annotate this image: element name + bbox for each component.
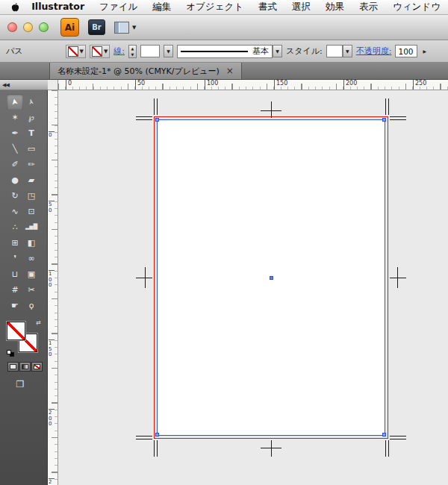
artboard-anchor[interactable]: [382, 433, 386, 436]
opacity-popup-icon[interactable]: ▶: [423, 48, 426, 54]
tools-panel-header[interactable]: ◀◀: [0, 80, 48, 90]
ruler-h-label: 200: [343, 80, 357, 90]
blend-tool[interactable]: ∞: [23, 251, 40, 266]
default-fill-stroke-icon[interactable]: [7, 350, 15, 357]
line-segment-tool[interactable]: ╲: [7, 141, 23, 157]
rotate-tool[interactable]: ↻: [7, 188, 23, 204]
free-transform-tool[interactable]: ⊡: [23, 204, 40, 219]
mesh-tool-icon: ⊞: [11, 239, 18, 247]
tools-panel: ➤➢✶℘✒T╲▭✐✏●▰↻◳∿⊡∴▂▅█⊞◧❜∞⊔▣#✂☛ϙ ⇄: [0, 90, 48, 485]
live-paint-selection-tool-icon: ▣: [28, 270, 35, 278]
bridge-button[interactable]: Br: [88, 19, 105, 35]
menu-item-オブジェクト[interactable]: オブジェクト: [178, 1, 251, 12]
brush-name-label: 基本: [252, 46, 269, 57]
blob-brush-tool[interactable]: ●: [7, 172, 23, 188]
direct-selection-tool-icon: ➢: [27, 98, 36, 106]
ruler-origin-corner[interactable]: [48, 80, 58, 90]
document-body: 050100150200250: [48, 90, 448, 485]
opacity-input[interactable]: [395, 45, 417, 57]
arrange-documents-button[interactable]: ▼: [114, 22, 136, 34]
slice-tool[interactable]: ✂: [23, 282, 40, 298]
gradient-icon: [22, 364, 28, 369]
menu-item-表示[interactable]: 表示: [352, 1, 385, 12]
minimize-window-button[interactable]: [23, 22, 33, 32]
hand-tool[interactable]: ☛: [7, 298, 23, 313]
warp-tool[interactable]: ∿: [7, 204, 23, 219]
fill-proxy-swatch[interactable]: [7, 322, 25, 340]
artboard-tool[interactable]: #: [7, 282, 23, 298]
vertical-ruler[interactable]: 050100150200250: [48, 90, 58, 485]
column-graph-tool[interactable]: ▂▅█: [23, 219, 40, 235]
symbol-sprayer-tool[interactable]: ∴: [7, 219, 23, 235]
pencil-tool[interactable]: ✏: [23, 157, 40, 172]
graphic-style-dropdown[interactable]: ▼: [326, 45, 352, 57]
gradient-tool[interactable]: ◧: [23, 235, 40, 251]
document-tab[interactable]: 名称未設定-1* @ 50% (CMYK/プレビュー) ×: [49, 63, 242, 79]
screen-mode-button[interactable]: ❐: [11, 378, 29, 390]
opacity-link[interactable]: 不透明度:: [356, 46, 392, 57]
fill-color-control[interactable]: ▼: [66, 45, 86, 58]
ruler-v-label: 150: [49, 340, 55, 358]
eyedropper-tool[interactable]: ❜: [7, 251, 23, 266]
pen-tool[interactable]: ✒: [7, 125, 23, 141]
zoom-window-button[interactable]: [39, 22, 49, 32]
lasso-tool[interactable]: ℘: [23, 110, 40, 125]
magic-wand-tool-icon: ✶: [11, 113, 18, 122]
live-paint-bucket-tool[interactable]: ⊔: [7, 266, 23, 282]
stroke-weight-stepper[interactable]: ▲ ▼: [128, 45, 137, 58]
menu-item-ウィンドウ[interactable]: ウィンドウ: [385, 1, 448, 12]
selection-type-label: パス: [6, 46, 23, 57]
stroke-none-swatch-icon: [92, 46, 102, 57]
brush-definition-dropdown[interactable]: 基本 ▼: [177, 45, 282, 58]
menu-item-ファイル[interactable]: ファイル: [92, 1, 145, 12]
blob-brush-tool-icon: ●: [11, 176, 19, 184]
artboard-anchor[interactable]: [155, 433, 159, 436]
apple-logo-icon: [10, 2, 20, 13]
eraser-tool[interactable]: ▰: [23, 172, 40, 188]
control-panel: パス ▼ ▼ 線: ▲ ▼ ▼ 基本 ▼ スタイル: ▼ 不透明度:: [0, 40, 448, 63]
workspace: ◀◀ ➤➢✶℘✒T╲▭✐✏●▰↻◳∿⊡∴▂▅█⊞◧❜∞⊔▣#✂☛ϙ ⇄: [0, 80, 448, 485]
paintbrush-tool[interactable]: ✐: [7, 157, 23, 172]
selection-tool[interactable]: ➤: [7, 94, 23, 110]
brush-dropdown-button[interactable]: ▼: [273, 45, 282, 57]
direct-selection-tool[interactable]: ➢: [23, 94, 40, 110]
rectangle-tool[interactable]: ▭: [23, 141, 40, 157]
menu-item-Illustrator[interactable]: Illustrator: [24, 1, 92, 12]
warp-tool-icon: ∿: [11, 207, 18, 216]
apple-menu[interactable]: [9, 2, 21, 13]
artboard-anchor[interactable]: [382, 118, 386, 122]
ruler-v-label: 100: [49, 270, 55, 289]
tab-close-icon[interactable]: ×: [226, 66, 234, 75]
menu-items: Illustratorファイル編集オブジェクト書式選択効果表示ウィンドウ: [24, 1, 448, 13]
tools-column: ◀◀ ➤➢✶℘✒T╲▭✐✏●▰↻◳∿⊡∴▂▅█⊞◧❜∞⊔▣#✂☛ϙ ⇄: [0, 80, 48, 485]
stroke-weight-input[interactable]: [140, 45, 160, 57]
magic-wand-tool[interactable]: ✶: [7, 110, 23, 125]
illustrator-app-icon[interactable]: Ai: [60, 18, 79, 37]
screen-mode-icon: ❐: [16, 379, 25, 389]
live-paint-selection-tool[interactable]: ▣: [23, 266, 40, 282]
zoom-tool[interactable]: ϙ: [23, 298, 40, 313]
scale-tool[interactable]: ◳: [23, 188, 40, 204]
stroke-color-control[interactable]: ▼: [90, 45, 110, 58]
menu-item-書式[interactable]: 書式: [251, 1, 284, 12]
color-mode-button[interactable]: [7, 362, 19, 372]
center-point: [270, 276, 273, 280]
close-window-button[interactable]: [7, 22, 17, 32]
rotate-tool-icon: ↻: [11, 192, 18, 200]
document-area: 050100150200250 050100150200250: [48, 80, 448, 485]
horizontal-ruler[interactable]: 050100150200250: [58, 80, 448, 90]
stroke-weight-link[interactable]: 線:: [113, 46, 125, 57]
canvas[interactable]: [58, 90, 448, 485]
menu-item-選択[interactable]: 選択: [284, 1, 318, 12]
style-dropdown-button[interactable]: ▼: [343, 45, 352, 57]
menu-item-効果[interactable]: 効果: [318, 1, 352, 12]
stroke-weight-dropdown-button[interactable]: ▼: [164, 45, 173, 57]
mesh-tool[interactable]: ⊞: [7, 235, 23, 251]
gradient-mode-button[interactable]: [19, 362, 31, 372]
artboard-anchor[interactable]: [155, 118, 159, 122]
none-mode-button[interactable]: [31, 362, 43, 372]
menu-item-編集[interactable]: 編集: [145, 1, 178, 12]
stepper-down-icon: ▼: [129, 51, 136, 57]
swap-fill-stroke-icon[interactable]: ⇄: [36, 319, 41, 326]
type-tool[interactable]: T: [23, 125, 40, 141]
